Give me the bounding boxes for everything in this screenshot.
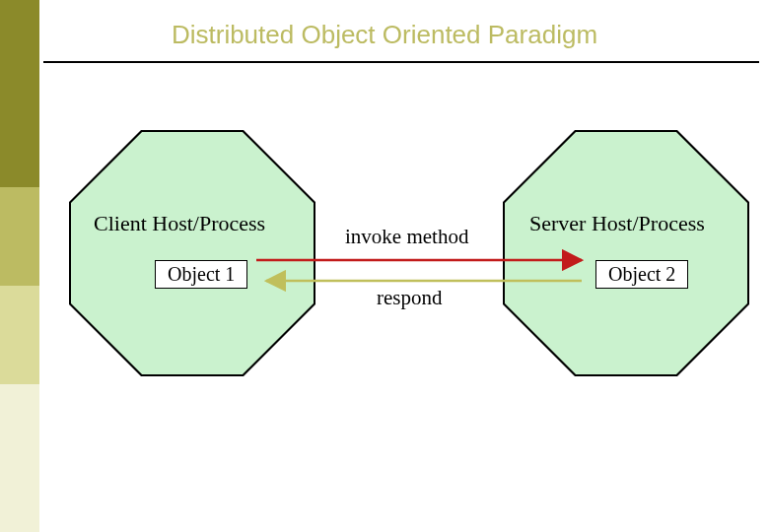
object-1-box: Object 1 (155, 260, 247, 289)
respond-label: respond (377, 286, 443, 310)
sidebar-decoration (0, 0, 39, 532)
server-host-label: Server Host/Process (529, 211, 705, 236)
sidebar-stripe (0, 384, 39, 532)
sidebar-stripe (0, 286, 39, 384)
sidebar-stripe (0, 187, 39, 286)
invoke-method-label: invoke method (345, 225, 468, 249)
client-host-label: Client Host/Process (94, 211, 265, 236)
respond-arrow-icon (256, 274, 592, 288)
invoke-arrow-icon (256, 253, 592, 267)
object-2-box: Object 2 (595, 260, 688, 289)
diagram-stage: Client Host/Process Server Host/Process … (39, 61, 769, 532)
page-title: Distributed Object Oriented Paradigm (0, 20, 769, 50)
